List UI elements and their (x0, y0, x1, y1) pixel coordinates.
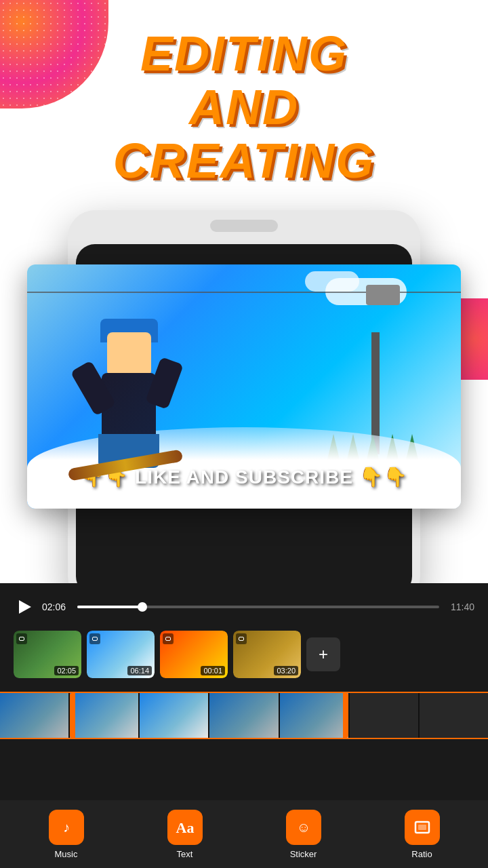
timeline-frame-bg-7 (420, 693, 488, 738)
character-head (107, 332, 151, 376)
play-icon (19, 600, 31, 614)
clip-icon-dot-3 (165, 637, 171, 641)
clip-item-4[interactable]: 03:20 (233, 631, 301, 678)
timeline-handle-right[interactable] (343, 693, 348, 738)
clip-duration-3: 00:01 (201, 666, 225, 675)
clip-icon-dot-4 (239, 637, 244, 641)
timeline-frame-bg-5 (280, 693, 348, 738)
timeline-frame-bg-6 (350, 693, 418, 738)
timeline-frame-4 (209, 693, 278, 738)
clip-icon-dot-2 (92, 637, 98, 641)
bottom-toolbar: ♪ Music Aa Text ☺ Sticker (0, 800, 488, 868)
ratio-icon (413, 818, 432, 837)
timeline-frame-1 (0, 693, 68, 738)
tool-ratio-label: Ratio (411, 849, 432, 859)
timeline-frame-bg-1 (0, 693, 68, 738)
phone-notch (210, 220, 278, 232)
timeline-inner (0, 693, 488, 738)
timeline-frame-6 (350, 693, 418, 738)
ratio-icon-bg (405, 810, 440, 845)
progress-fill (77, 606, 142, 608)
clip-icon-2 (89, 633, 100, 644)
clip-icon-4 (236, 633, 247, 644)
cable-car (366, 285, 400, 305)
playback-bar: 02:06 11:40 (0, 597, 488, 617)
progress-bar[interactable] (77, 606, 439, 608)
timeline-frame-3 (140, 693, 208, 738)
timeline-frame-bg-4 (209, 693, 278, 738)
clip-icon-1 (16, 633, 27, 644)
editor-panel: 02:06 11:40 02:05 06:14 00:01 (0, 583, 488, 868)
clip-icon-3 (163, 633, 174, 644)
tool-music[interactable]: ♪ Music (7, 810, 125, 859)
video-background: 👇👇 LIKE AND SUBSCRIBE 👇👇 (27, 264, 461, 509)
timeline-handle-left[interactable] (70, 693, 75, 738)
clip-duration-1: 02:05 (54, 666, 79, 675)
timeline-frame-bg-3 (140, 693, 208, 738)
timeline-frame-7 (420, 693, 488, 738)
music-icon-bg: ♪ (49, 810, 84, 845)
timeline-frame-2 (70, 693, 138, 738)
clip-item-3[interactable]: 00:01 (160, 631, 228, 678)
svg-text:♪: ♪ (63, 820, 70, 835)
clips-row: 02:05 06:14 00:01 03:20 + (0, 631, 488, 678)
tool-ratio[interactable]: Ratio (363, 810, 481, 859)
timeline-frame-5 (280, 693, 348, 738)
tool-text-label: Text (177, 849, 193, 859)
tool-sticker[interactable]: ☺ Sticker (244, 810, 363, 859)
progress-thumb[interactable] (138, 602, 147, 612)
music-icon: ♪ (57, 818, 76, 837)
clip-icon-dot-1 (19, 637, 24, 641)
character (81, 278, 217, 468)
add-clip-button[interactable]: + (306, 637, 340, 671)
clip-item-2[interactable]: 06:14 (87, 631, 155, 678)
tool-music-label: Music (55, 849, 78, 859)
sticker-icon: ☺ (294, 818, 313, 837)
play-button[interactable] (14, 597, 34, 617)
tool-text[interactable]: Aa Text (125, 810, 244, 859)
clip-item-1[interactable]: 02:05 (14, 631, 81, 678)
current-time: 02:06 (42, 601, 69, 612)
video-preview: 👇👇 LIKE AND SUBSCRIBE 👇👇 (27, 264, 461, 509)
total-time: 11:40 (447, 601, 474, 612)
svg-text:☺: ☺ (296, 820, 310, 835)
title-section: EDITING AND CREATING (0, 27, 488, 189)
title-text: EDITING AND CREATING (0, 27, 488, 189)
clip-duration-4: 03:20 (274, 666, 298, 675)
svg-rect-4 (418, 825, 426, 830)
timeline-frame-bg-2 (70, 693, 138, 738)
text-icon: Aa (176, 818, 195, 837)
sticker-icon-bg: ☺ (286, 810, 321, 845)
tool-sticker-label: Sticker (290, 849, 317, 859)
text-icon-bg: Aa (167, 810, 203, 845)
timeline-strip[interactable] (0, 692, 488, 739)
cloud-2 (305, 271, 359, 292)
svg-text:Aa: Aa (176, 819, 194, 836)
clip-duration-2: 06:14 (127, 666, 152, 675)
